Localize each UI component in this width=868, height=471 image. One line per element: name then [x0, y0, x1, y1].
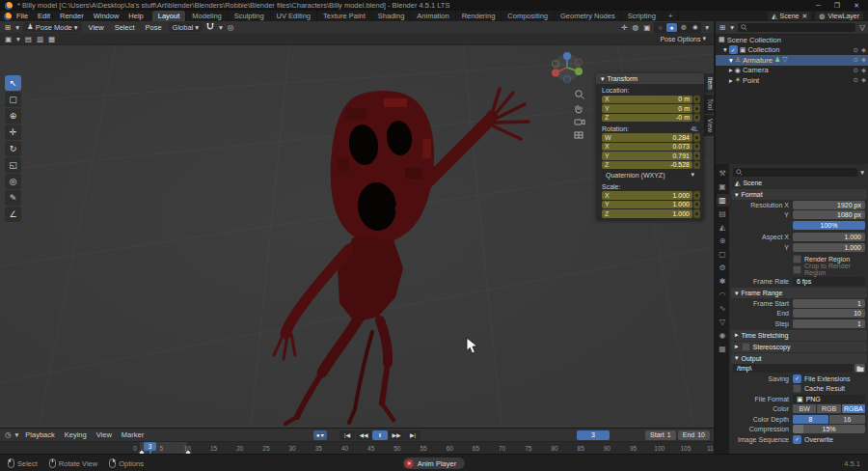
tool-move[interactable]: ✛ [5, 125, 21, 140]
frame-start-field[interactable]: 1 [793, 299, 865, 308]
tool-tweak[interactable]: ↖ [5, 75, 21, 91]
scale-y-field[interactable]: Y1.000 [602, 201, 692, 209]
shading-rendered-button[interactable]: ◉ [690, 23, 700, 32]
keyframe-decorator[interactable] [693, 161, 700, 170]
minimize-button[interactable]: ─ [816, 2, 821, 10]
close-button[interactable]: ✕ [854, 2, 859, 10]
previous-keyframe-button[interactable]: ◀◀ [356, 430, 371, 440]
menu-playback[interactable]: Playback [21, 430, 58, 439]
filter-icon[interactable]: ▽ [858, 23, 866, 32]
workspace-rendering[interactable]: Rendering [456, 11, 502, 21]
frame-start-button[interactable]: Start1 [645, 430, 676, 440]
resolution-x-field[interactable]: 1920 px [793, 201, 865, 209]
location-z-field[interactable]: Z-0 m [602, 114, 692, 123]
tool-measure[interactable]: ∠ [5, 207, 21, 222]
gizmo-x-axis[interactable] [552, 69, 559, 77]
rotation-z-field[interactable]: Z-0.528 [602, 161, 692, 170]
scale-z-field[interactable]: Z1.000 [602, 209, 692, 218]
file-format-dropdown[interactable]: ▣PNG [793, 395, 865, 403]
keyframe-decorator[interactable] [693, 143, 700, 152]
disclosure-open-icon[interactable]: ▾ [723, 45, 727, 54]
maximize-button[interactable]: ❐ [834, 2, 840, 10]
shading-wireframe-button[interactable]: ○ [655, 23, 665, 32]
file-extensions-checkbox[interactable]: ✓ [793, 374, 801, 383]
disclosure-closed-icon[interactable]: ▸ [729, 66, 733, 74]
frame-rate-dropdown[interactable]: 6 fps [793, 277, 865, 286]
tool-caret-icon[interactable]: ▾ [15, 35, 21, 43]
notification-close-icon[interactable]: ✕ [405, 459, 414, 468]
menu-keying[interactable]: Keying [61, 430, 91, 439]
keyframe-decorator[interactable] [693, 152, 700, 160]
workspace-uv-editing[interactable]: UV Editing [271, 11, 317, 21]
scene-unlink-icon[interactable]: ✕ [801, 13, 807, 20]
auto-keying-toggle[interactable]: ● ▾ [313, 430, 327, 440]
collection-checkbox[interactable]: ✓ [729, 45, 738, 54]
stereoscopy-checkbox[interactable] [742, 343, 750, 351]
properties-tab-tool[interactable]: ⚒ [717, 167, 729, 180]
output-panel-header[interactable]: ▾ Output [731, 353, 867, 364]
snap-caret-icon[interactable]: ▾ [218, 23, 224, 32]
gizmo-z-axis[interactable] [563, 52, 571, 60]
cache-result-checkbox[interactable] [793, 384, 801, 393]
workspace-shading[interactable]: Shading [372, 11, 412, 21]
current-frame-field[interactable]: 3 [577, 430, 610, 440]
keyframe-decorator[interactable] [693, 114, 700, 123]
properties-tab-render[interactable]: ▣ [717, 180, 729, 193]
properties-tab-constraints[interactable]: ∿ [717, 302, 729, 315]
render-region-checkbox[interactable] [793, 255, 801, 263]
properties-tab-scene[interactable]: ◭ [717, 221, 729, 234]
scale-x-field[interactable]: X1.000 [602, 191, 692, 200]
workspace-animation[interactable]: Animation [411, 11, 455, 21]
eye-icon[interactable]: ⊙ [854, 56, 858, 64]
n-panel-tab-view[interactable]: View [704, 115, 714, 136]
outliner-row-armature[interactable]: ▾ ♙ Armature ♟ ▽ ⊙ ◈ [716, 55, 868, 66]
workspace-compositing[interactable]: Compositing [502, 11, 555, 21]
rotation-mode-dropdown[interactable]: Quaternion (WXYZ)▾ [602, 171, 698, 180]
mode-selector[interactable]: ♟ Pose Mode ▾ [23, 22, 81, 32]
properties-options-caret-icon[interactable]: ▾ [859, 168, 865, 177]
perspective-toggle-icon[interactable] [575, 132, 583, 138]
menu-marker[interactable]: Marker [118, 430, 148, 439]
select-mode-extend-icon[interactable]: ▥ [36, 35, 44, 43]
next-keyframe-button[interactable]: ▶▶ [389, 430, 404, 440]
menu-render[interactable]: Render [55, 12, 89, 20]
compression-slider[interactable]: 15% [793, 425, 865, 433]
properties-tab-data[interactable]: ▽ [717, 316, 729, 328]
zoom-icon[interactable] [576, 91, 584, 99]
menu-view-timeline[interactable]: View [93, 430, 116, 439]
snap-magnet-icon[interactable] [205, 22, 215, 32]
crop-region-checkbox[interactable] [793, 265, 801, 274]
camera-view-icon[interactable] [575, 120, 584, 125]
location-x-field[interactable]: X0 m [602, 96, 692, 104]
menu-pose[interactable]: Pose [142, 23, 166, 32]
render-toggle-icon[interactable]: ◈ [861, 46, 866, 54]
keyframe-decorator[interactable] [693, 209, 700, 218]
folder-browse-button[interactable] [854, 364, 865, 373]
transform-panel-header[interactable]: ▾ Transform [596, 73, 704, 84]
keyframe-decorator[interactable] [693, 96, 700, 104]
depth-16-button[interactable]: 16 [829, 415, 865, 424]
pan-hand-icon[interactable] [576, 105, 582, 113]
overlays-toggle-icon[interactable]: ◍ [632, 23, 640, 32]
xray-toggle-icon[interactable]: ▣ [642, 23, 651, 32]
render-toggle-icon[interactable]: ◈ [861, 76, 866, 84]
properties-tab-object[interactable]: ▢ [717, 248, 729, 261]
menu-edit[interactable]: Edit [33, 12, 55, 20]
select-mode-subtract-icon[interactable]: ▦ [47, 35, 56, 43]
render-toggle-icon[interactable]: ◈ [861, 56, 866, 64]
menu-select[interactable]: Select [111, 23, 139, 32]
frame-end-field[interactable]: 10 [793, 309, 865, 318]
outliner-row-camera[interactable]: ▸ ◉ Camera ⊙ ◈ [716, 66, 868, 76]
workspace-layout[interactable]: Layout [152, 11, 187, 21]
disclosure-open-icon[interactable]: ▾ [729, 56, 733, 65]
workspace-modeling[interactable]: Modeling [186, 11, 228, 21]
shading-material-button[interactable]: ◍ [678, 23, 689, 32]
eye-icon[interactable]: ⊙ [854, 67, 858, 74]
jump-to-end-button[interactable]: ▶| [405, 430, 420, 440]
editor-type-icon[interactable]: ⊞ [4, 23, 12, 32]
properties-tab-particles[interactable]: ✱ [717, 275, 729, 288]
output-path-field[interactable]: /tmp\ [733, 364, 853, 373]
eye-icon[interactable]: ⊙ [854, 46, 858, 54]
location-y-field[interactable]: Y0 m [602, 104, 692, 113]
properties-tab-material[interactable]: ◉ [717, 329, 729, 342]
